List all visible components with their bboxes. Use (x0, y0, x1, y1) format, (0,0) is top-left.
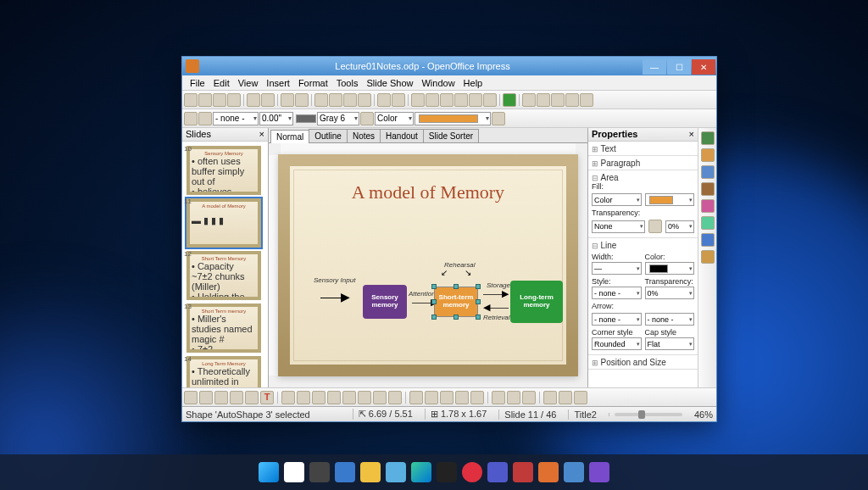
slide-thumb-11[interactable]: 11A model of Memory▬ ▮ ▮ ▮ (186, 198, 264, 248)
spellcheck-button[interactable] (281, 93, 294, 107)
pdf-button[interactable] (247, 93, 260, 107)
menu-window[interactable]: Window (417, 78, 459, 88)
curve-tool[interactable] (281, 391, 295, 404)
cut-button[interactable] (314, 93, 328, 107)
save-button[interactable] (213, 93, 226, 107)
extrusion-tool[interactable] (543, 391, 557, 404)
menu-view[interactable]: View (234, 78, 263, 88)
chart-button[interactable] (411, 93, 425, 107)
section-text[interactable]: Text (592, 144, 616, 153)
line-width-combo[interactable]: 0.00" (259, 112, 293, 125)
paste-button[interactable] (343, 93, 357, 107)
slides-panel-close-icon[interactable]: × (259, 129, 264, 140)
gallery-tool[interactable] (470, 391, 484, 404)
template-button[interactable] (522, 93, 536, 107)
zoom-button[interactable] (483, 93, 497, 107)
menu-file[interactable]: File (186, 78, 209, 88)
redo-button[interactable] (392, 93, 405, 107)
menu-insert[interactable]: Insert (262, 78, 294, 88)
app1-icon[interactable] (513, 462, 533, 482)
slide-thumb-13[interactable]: 13Short Term memory• Miller's studies na… (186, 303, 264, 354)
sidebar-gallery-icon[interactable] (701, 216, 715, 230)
slides-button[interactable] (503, 93, 516, 107)
properties-close-icon[interactable]: × (689, 129, 694, 140)
grid-button[interactable] (454, 93, 468, 107)
new-button[interactable] (184, 93, 198, 107)
close-button[interactable]: ✕ (692, 59, 715, 75)
sidebar-master-icon[interactable] (701, 148, 715, 162)
zoom-slider[interactable] (615, 413, 682, 416)
menu-tools[interactable]: Tools (332, 78, 363, 88)
fontwork-tool[interactable] (440, 391, 453, 404)
animation-tool[interactable] (574, 391, 587, 404)
opera-icon[interactable] (462, 462, 482, 482)
autospell-button[interactable] (295, 93, 309, 107)
search-icon[interactable] (284, 462, 304, 482)
ellipse-tool[interactable] (245, 391, 259, 404)
section-paragraph[interactable]: Paragraph (592, 159, 640, 168)
horizontal-ruler[interactable] (281, 143, 576, 155)
from-file-tool[interactable] (455, 391, 469, 404)
line-style-combo[interactable]: - none - (213, 112, 259, 125)
tab-outline[interactable]: Outline (309, 129, 348, 142)
notepad-icon[interactable] (386, 462, 406, 482)
section-line-toggle[interactable]: Line (592, 241, 616, 250)
line-color-select[interactable] (645, 262, 695, 275)
line-color-swatch[interactable] (296, 114, 316, 123)
tab-notes[interactable]: Notes (347, 129, 381, 142)
arrow-tool[interactable] (214, 391, 228, 404)
titlebar[interactable]: Lecture01Notes.odp - OpenOffice Impress … (182, 57, 716, 75)
shadow-button[interactable] (492, 112, 505, 125)
arrow-retrieval[interactable]: ◀—— (483, 302, 509, 313)
line-width-select[interactable]: — (592, 262, 642, 275)
task-view-icon[interactable] (309, 462, 330, 482)
animation-button[interactable] (565, 93, 579, 107)
line-style-select[interactable]: - none - (592, 287, 642, 299)
sidebar-styles-icon[interactable] (701, 199, 715, 213)
tab-handout[interactable]: Handout (380, 129, 424, 142)
slide-thumb-14[interactable]: 14Long Term Memory• Theoretically unlimi… (186, 355, 264, 387)
corner-style-select[interactable]: Rounded (592, 337, 642, 350)
arrange-tool[interactable] (522, 391, 536, 404)
hyperlink-button[interactable] (440, 93, 453, 107)
format-paint-button[interactable] (358, 93, 371, 107)
slide-canvas[interactable]: A model of Memory Sensory Input ——▶ Sens… (269, 143, 587, 387)
sidebar-animation-icon[interactable] (701, 165, 715, 179)
slide-layout-button[interactable] (551, 93, 565, 107)
fill-mode-select[interactable]: Color (592, 193, 642, 206)
transparency-mode-select[interactable]: None (592, 220, 645, 233)
undo-button[interactable] (377, 93, 391, 107)
callout-tool[interactable] (373, 391, 387, 404)
rotate-tool[interactable] (492, 391, 505, 404)
app2-icon[interactable] (564, 462, 584, 482)
app3-icon[interactable] (589, 462, 609, 482)
arrow-end-select[interactable]: - none - (645, 313, 695, 326)
align-tool[interactable] (507, 391, 520, 404)
glue-tool[interactable] (425, 391, 438, 404)
cap-style-select[interactable]: Flat (645, 337, 695, 350)
arrow-storage[interactable]: ——▶ (483, 288, 509, 299)
box-long-term-memory[interactable]: Long-term memory (510, 281, 563, 323)
transparency-gradient-icon[interactable] (648, 220, 662, 233)
explorer-icon[interactable] (360, 462, 381, 482)
open-button[interactable] (198, 93, 212, 107)
start-button[interactable] (259, 462, 279, 482)
block-arrows-tool[interactable] (342, 391, 356, 404)
slide-design-button[interactable] (537, 93, 550, 107)
mail-button[interactable] (227, 93, 241, 107)
area-button[interactable] (360, 112, 374, 125)
line-tool[interactable] (199, 391, 213, 404)
stars-tool[interactable] (388, 391, 402, 404)
menu-help[interactable]: Help (459, 78, 487, 88)
arrow-rehearsal-down[interactable]: ↘ (465, 268, 471, 277)
arrow-input[interactable]: ——▶ (320, 290, 348, 303)
taskbar[interactable] (0, 454, 868, 490)
arrow-start-select[interactable]: - none - (592, 313, 642, 326)
text-tool[interactable]: T (260, 391, 274, 404)
tab-normal[interactable]: Normal (270, 130, 309, 143)
navigator-button[interactable] (469, 93, 482, 107)
box-short-term-memory[interactable]: Short-term memory (434, 287, 478, 317)
fill-color-select[interactable] (645, 193, 695, 206)
interaction-tool[interactable] (559, 391, 572, 404)
basic-shapes-tool[interactable] (312, 391, 326, 404)
